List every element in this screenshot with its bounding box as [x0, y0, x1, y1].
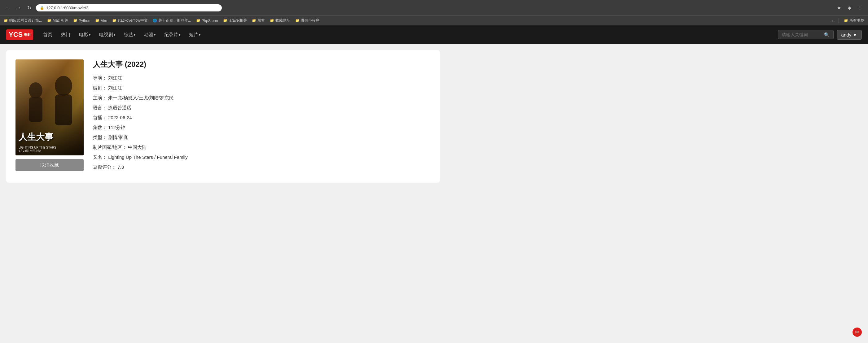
airdate-label: 首播： — [93, 115, 107, 120]
star-icon[interactable]: ★ — [835, 3, 843, 12]
bookmark-label: Mac 相关 — [53, 18, 68, 23]
bookmark-label: 收藏网址 — [275, 18, 290, 23]
bookmark-stackoverflow[interactable]: 📁 stackoverflow中文 — [112, 18, 148, 23]
folder-icon: 📁 — [196, 19, 200, 23]
cast-value: 朱一龙/杨恩又/王戈/刘陆/罗京民 — [108, 95, 174, 100]
bookmark-label: 黑客 — [257, 18, 265, 23]
folder-icon: 📁 — [47, 19, 52, 23]
episodes-row: 集数： 112分钟 — [93, 124, 431, 131]
chevron-down-icon: ▾ — [154, 33, 156, 37]
folder-icon: 📁 — [4, 19, 8, 23]
nav-links: 首页 热门 电影 ▾ 电视剧 ▾ 综艺 ▾ 动漫 ▾ 纪录片 — [39, 29, 204, 40]
genre-value: 剧情/家庭 — [108, 135, 128, 140]
director-row: 导演： 刘江江 — [93, 74, 431, 82]
chevron-down-icon: ▾ — [179, 33, 180, 37]
bookmark-all[interactable]: 📁 所有书签 — [844, 18, 864, 23]
chevron-down-icon: ▾ — [199, 33, 200, 37]
chevron-down-icon: ▾ — [114, 33, 115, 37]
browser-toolbar: ← → ↻ 🔒 127.0.0.1:8080/movie/2 ★ ◆ ⋮ — [0, 0, 868, 15]
aka-row: 又名： Lighting Up The Stars / Funeral Fami… — [93, 153, 431, 161]
cast-row: 主演： 朱一龙/杨恩又/王戈/刘陆/罗京民 — [93, 94, 431, 102]
folder-icon: 📁 — [252, 19, 256, 23]
region-value: 中国大陆 — [128, 144, 147, 150]
genre-row: 类型： 剧情/家庭 — [93, 134, 431, 141]
bookmark-hacker[interactable]: 📁 黑客 — [252, 18, 265, 23]
nav-variety[interactable]: 综艺 ▾ — [120, 29, 139, 40]
episodes-value: 112分钟 — [108, 125, 125, 130]
folder-icon: 📁 — [295, 19, 300, 23]
user-name: andy — [841, 32, 851, 37]
browser-chrome: ← → ↻ 🔒 127.0.0.1:8080/movie/2 ★ ◆ ⋮ 📁 响… — [0, 0, 868, 25]
nav-anime[interactable]: 动漫 ▾ — [140, 29, 159, 40]
bookmark-mac[interactable]: 📁 Mac 相关 — [47, 18, 68, 23]
folder-icon: 📁 — [112, 19, 117, 23]
page-content: YCS 电影 首页 热门 电影 ▾ 电视剧 ▾ 综艺 ▾ 动漫 — [0, 25, 868, 343]
search-icon[interactable]: 🔍 — [824, 32, 829, 37]
nav-documentary[interactable]: 纪录片 ▾ — [160, 29, 184, 40]
movie-card: 人生大事 LIGHTING UP THE STARS 6月24日 全国上映 取消… — [6, 50, 440, 183]
bookmark-python[interactable]: 📁 Python — [73, 19, 90, 23]
toolbar-actions: ★ ◆ ⋮ — [835, 3, 864, 12]
bookmark-regex[interactable]: 🌐 关于正则，那些年... — [153, 18, 191, 23]
reload-button[interactable]: ↻ — [25, 3, 33, 12]
bookmark-responsive[interactable]: 📁 响应式网页设计简... — [4, 18, 42, 23]
movie-title: 人生大事 (2022) — [93, 60, 431, 69]
bookmark-label: PhpStorm — [202, 19, 218, 23]
address-bar[interactable]: 🔒 127.0.0.1:8080/movie/2 — [36, 4, 222, 11]
aka-value: Lighting Up The Stars / Funeral Family — [108, 155, 188, 160]
forward-button[interactable]: → — [14, 3, 23, 12]
nav-short[interactable]: 短片 ▾ — [185, 29, 204, 40]
bookmarks-bar: 📁 响应式网页设计简... 📁 Mac 相关 📁 Python 📁 Vim 📁 … — [0, 15, 868, 25]
rating-label: 豆瓣评分： — [93, 164, 116, 170]
url-text: 127.0.0.1:8080/movie/2 — [46, 6, 88, 10]
bookmark-label: 微信小程序 — [301, 18, 319, 23]
folder-icon: 📁 — [844, 19, 848, 23]
bookmark-collect[interactable]: 📁 收藏网址 — [270, 18, 290, 23]
main-content: 人生大事 LIGHTING UP THE STARS 6月24日 全国上映 取消… — [0, 44, 868, 189]
region-row: 制片国家/地区： 中国大陆 — [93, 144, 431, 151]
language-row: 语言： 汉语普通话 — [93, 104, 431, 111]
bookmark-vim[interactable]: 📁 Vim — [95, 19, 107, 23]
bookmark-label: Python — [79, 19, 90, 23]
airdate-value: 2022-06-24 — [108, 115, 132, 120]
writer-row: 编剧： 刘江江 — [93, 84, 431, 92]
cancel-collect-button[interactable]: 取消收藏 — [16, 159, 84, 171]
bookmark-wechat[interactable]: 📁 微信小程序 — [295, 18, 319, 23]
episodes-label: 集数： — [93, 125, 107, 130]
logo-text: YCS — [9, 31, 23, 39]
nav-search: 🔍 andy ▼ — [778, 30, 862, 40]
nav-home[interactable]: 首页 — [39, 29, 56, 40]
poster-title-text: 人生大事 — [19, 131, 53, 143]
writer-label: 编剧： — [93, 85, 107, 91]
scroll-hint: 中 — [852, 328, 862, 337]
bookmark-label: 关于正则，那些年... — [158, 18, 191, 23]
movie-poster-image: 人生大事 LIGHTING UP THE STARS 6月24日 全国上映 — [16, 60, 84, 156]
poster-date-text: 6月24日 全国上映 — [19, 149, 41, 153]
movie-poster-section: 人生大事 LIGHTING UP THE STARS 6月24日 全国上映 取消… — [16, 60, 84, 171]
bookmark-all-label: 所有书签 — [849, 18, 864, 23]
region-label: 制片国家/地区： — [93, 144, 127, 150]
bookmark-label: stackoverflow中文 — [118, 18, 148, 23]
cast-label: 主演： — [93, 95, 107, 100]
nav-tv[interactable]: 电视剧 ▾ — [95, 29, 119, 40]
site-logo[interactable]: YCS 电影 — [6, 29, 33, 40]
extensions-icon[interactable]: ◆ — [845, 3, 854, 12]
writer-value: 刘江江 — [108, 85, 122, 91]
bookmark-laravel[interactable]: 📁 laravel相关 — [223, 18, 247, 23]
bookmarks-more-button[interactable]: » — [832, 19, 834, 23]
aka-label: 又名： — [93, 155, 107, 160]
folder-icon: 📁 — [270, 19, 274, 23]
bookmark-label: Vim — [101, 19, 107, 23]
folder-icon: 📁 — [73, 19, 78, 23]
bookmark-phpstorm[interactable]: 📁 PhpStorm — [196, 19, 218, 23]
nav-movie[interactable]: 电影 ▾ — [75, 29, 94, 40]
bookmarks-divider — [839, 18, 839, 23]
search-input[interactable] — [782, 32, 822, 37]
bookmark-label: laravel相关 — [228, 18, 247, 23]
logo-sub: 电影 — [24, 33, 31, 37]
back-button[interactable]: ← — [4, 3, 12, 12]
nav-buttons: ← → ↻ — [4, 3, 33, 12]
nav-hot[interactable]: 热门 — [57, 29, 74, 40]
menu-icon[interactable]: ⋮ — [856, 3, 864, 12]
user-menu-button[interactable]: andy ▼ — [837, 30, 862, 40]
